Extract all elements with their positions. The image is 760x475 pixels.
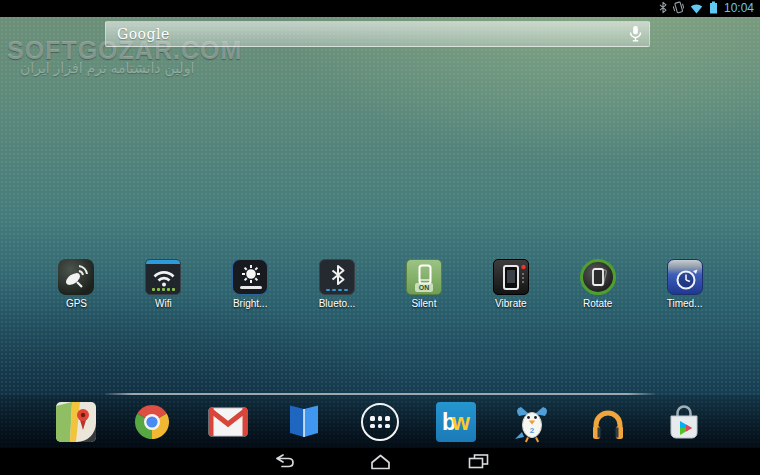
android-home-screen: 10:04 Google SOFTGOZAR.COM اولین دانشنام… <box>0 0 760 475</box>
play-store-icon <box>663 401 705 443</box>
shortcut-label: Vibrate <box>495 298 527 309</box>
bw-letter-w: w <box>452 411 470 434</box>
dock-play-store[interactable] <box>646 401 722 443</box>
back-button[interactable] <box>260 451 304 473</box>
shortcut-silent[interactable]: ON Silent <box>381 259 468 309</box>
wifi-icon <box>690 0 703 18</box>
dock-play-books[interactable] <box>266 401 342 443</box>
shortcut-bluetooth[interactable]: Blueto... <box>294 259 381 309</box>
dock: b w 2 <box>38 401 722 443</box>
shortcut-row: GPS Wifi Bright... Blueto... <box>33 259 728 309</box>
google-search-bar[interactable]: Google <box>105 21 650 47</box>
shortcut-gps[interactable]: GPS <box>33 259 120 309</box>
dock-bw-app[interactable]: b w <box>418 402 494 442</box>
app-drawer-icon <box>361 403 399 441</box>
play-music-icon <box>587 401 629 443</box>
shortcut-label: Bright... <box>233 298 267 309</box>
watermark-subtitle: اولین دانشنامه نرم افزار ایران <box>20 60 194 76</box>
gmail-icon <box>207 401 249 443</box>
vibrate-icon <box>673 0 684 18</box>
shortcut-timed[interactable]: Timed... <box>641 259 728 309</box>
home-button[interactable] <box>358 451 402 473</box>
silent-on-badge: ON <box>415 283 433 292</box>
google-logo: Google <box>117 26 170 42</box>
dock-bird-app[interactable]: 2 <box>494 401 570 443</box>
shortcut-brightness[interactable]: Bright... <box>207 259 294 309</box>
shortcut-rotate[interactable]: Rotate <box>554 259 641 309</box>
play-books-icon <box>283 401 325 443</box>
dock-gmail[interactable] <box>190 401 266 443</box>
bird-badge: 2 <box>530 426 534 435</box>
chrome-icon <box>131 401 173 443</box>
dock-app-drawer[interactable] <box>342 403 418 441</box>
google-maps-icon <box>55 401 97 443</box>
status-clock: 10:04 <box>724 0 754 17</box>
shortcut-label: Wifi <box>155 298 172 309</box>
timed-clock-icon <box>667 259 703 295</box>
microphone-icon[interactable] <box>629 25 642 43</box>
dock-divider <box>105 393 655 395</box>
bluetooth-icon <box>659 0 667 18</box>
bw-app-icon: b w <box>436 402 476 442</box>
vibrate-phone-icon <box>493 259 529 295</box>
dock-chrome[interactable] <box>114 401 190 443</box>
navigation-bar <box>0 448 760 475</box>
silent-phone-icon: ON <box>406 259 442 295</box>
status-bar[interactable]: 10:04 <box>0 0 760 17</box>
recents-button[interactable] <box>456 451 500 473</box>
brightness-toggle-icon <box>232 259 268 295</box>
shortcut-label: Blueto... <box>319 298 356 309</box>
shortcut-label: Rotate <box>583 298 612 309</box>
shortcut-label: GPS <box>66 298 87 309</box>
shortcut-wifi[interactable]: Wifi <box>120 259 207 309</box>
bird-app-icon: 2 <box>511 401 553 443</box>
bluetooth-toggle-icon <box>319 259 355 295</box>
gps-satellite-icon <box>58 259 94 295</box>
wifi-toggle-icon <box>145 259 181 295</box>
shortcut-vibrate[interactable]: Vibrate <box>467 259 554 309</box>
dock-play-music[interactable] <box>570 401 646 443</box>
rotate-phone-icon <box>580 259 616 295</box>
shortcut-label: Timed... <box>667 298 703 309</box>
battery-icon <box>709 0 718 18</box>
shortcut-label: Silent <box>411 298 436 309</box>
dock-maps[interactable] <box>38 401 114 443</box>
